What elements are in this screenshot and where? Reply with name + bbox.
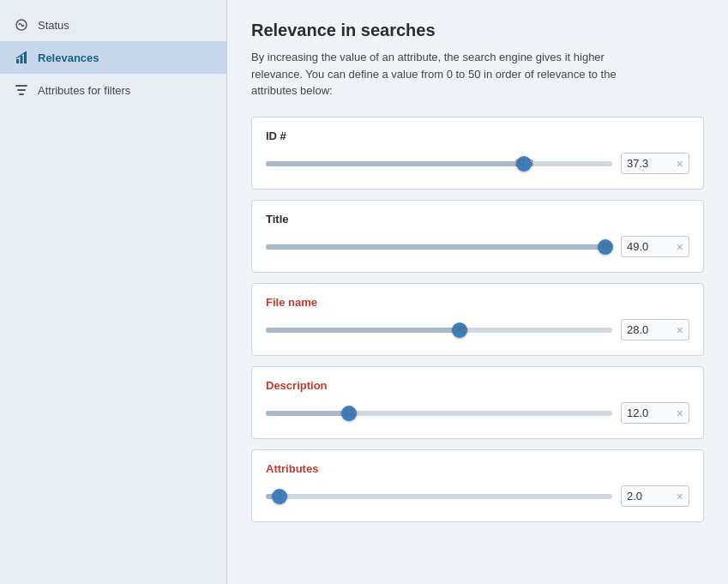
- attr-label-title: Title: [266, 213, 689, 226]
- slider-fill-description: [266, 411, 349, 416]
- filter-icon: [14, 82, 29, 98]
- input-value-title[interactable]: [627, 240, 673, 253]
- status-icon: [14, 17, 29, 33]
- attr-label-filename: File name: [266, 296, 689, 309]
- svg-rect-3: [24, 52, 27, 63]
- input-value-filename[interactable]: [627, 323, 673, 336]
- attr-card-id: ID # 37.3 ×: [251, 117, 704, 190]
- slider-track-title: 49: [266, 244, 612, 250]
- slider-row-filename: 28 ×: [266, 317, 689, 343]
- attr-label-attributes: Attributes: [266, 462, 689, 475]
- slider-container-id[interactable]: 37.3: [266, 151, 612, 177]
- input-container-description: ×: [621, 402, 689, 424]
- slider-bubble-description: 12: [344, 407, 354, 418]
- slider-row-description: 12 ×: [266, 400, 689, 426]
- slider-bubble-title: 49: [600, 241, 611, 251]
- slider-container-title[interactable]: 49: [266, 234, 612, 260]
- sidebar-item-attributes-filters[interactable]: Attributes for filters: [0, 74, 226, 106]
- attr-card-description: Description 12 ×: [251, 366, 704, 439]
- page-description: By increasing the value of an attribute,…: [251, 49, 654, 99]
- input-container-id: ×: [621, 153, 689, 174]
- input-clear-id[interactable]: ×: [677, 158, 683, 170]
- slider-track-filename: 28: [266, 328, 612, 333]
- sidebar-item-attributes-filters-label: Attributes for filters: [38, 84, 130, 97]
- slider-row-attributes: 2 ×: [266, 484, 689, 509]
- slider-row-id: 37.3 ×: [266, 151, 689, 177]
- slider-fill-id: [266, 161, 524, 166]
- attr-card-title: Title 49 ×: [251, 200, 704, 273]
- attribute-cards-container: ID # 37.3 × Title 49: [251, 117, 704, 522]
- sidebar-item-status[interactable]: Status: [0, 9, 226, 41]
- svg-rect-1: [16, 59, 19, 63]
- attr-label-description: Description: [266, 379, 689, 392]
- input-container-title: ×: [621, 236, 689, 257]
- main-content: Relevance in searches By increasing the …: [227, 0, 728, 584]
- sidebar: Status Relevances Attributes for filters: [0, 0, 227, 584]
- input-value-description[interactable]: [627, 406, 673, 419]
- slider-fill-title: [266, 244, 605, 250]
- slider-track-attributes: 2: [266, 494, 612, 499]
- slider-track-id: 37.3: [266, 161, 612, 166]
- slider-container-attributes[interactable]: 2: [266, 484, 612, 509]
- svg-rect-6: [19, 93, 24, 95]
- svg-rect-4: [15, 85, 27, 87]
- slider-bubble-id: 37.3: [515, 158, 533, 168]
- attr-label-id: ID #: [266, 129, 689, 142]
- sidebar-item-status-label: Status: [38, 19, 69, 32]
- input-value-id[interactable]: [627, 157, 673, 170]
- slider-container-description[interactable]: 12: [266, 400, 612, 426]
- input-clear-description[interactable]: ×: [677, 407, 683, 419]
- slider-row-title: 49 ×: [266, 234, 689, 260]
- slider-bubble-attributes: 2: [277, 491, 282, 501]
- input-container-attributes: ×: [621, 485, 689, 507]
- input-clear-title[interactable]: ×: [677, 241, 683, 253]
- relevances-icon: [14, 50, 29, 65]
- sidebar-item-relevances[interactable]: Relevances: [0, 41, 226, 74]
- sidebar-item-relevances-label: Relevances: [38, 51, 99, 64]
- slider-fill-filename: [266, 328, 460, 333]
- attr-card-attributes: Attributes 2 ×: [251, 449, 704, 522]
- slider-container-filename[interactable]: 28: [266, 317, 612, 343]
- slider-track-description: 12: [266, 411, 612, 416]
- attr-card-filename: File name 28 ×: [251, 283, 704, 356]
- input-clear-filename[interactable]: ×: [677, 324, 683, 336]
- svg-rect-2: [21, 56, 23, 63]
- input-value-attributes[interactable]: [627, 490, 673, 503]
- input-container-filename: ×: [621, 319, 689, 340]
- svg-rect-5: [17, 89, 26, 91]
- input-clear-attributes[interactable]: ×: [677, 491, 683, 503]
- page-title: Relevance in searches: [251, 21, 704, 40]
- slider-bubble-filename: 28: [454, 324, 465, 334]
